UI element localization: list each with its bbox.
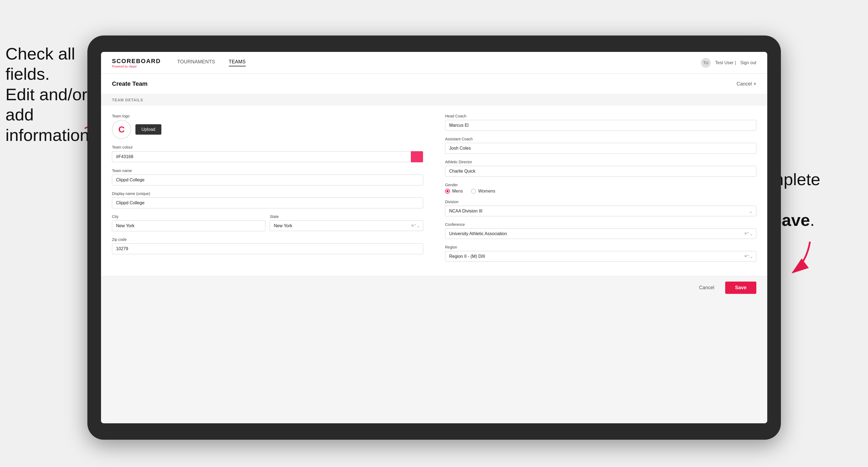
nav-links: TOURNAMENTS TEAMS: [177, 59, 701, 66]
instructions-left: Check all fields. Edit and/or add inform…: [5, 44, 87, 145]
footer-save-button[interactable]: Save: [725, 282, 756, 294]
avatar: TU: [701, 58, 711, 68]
team-logo-label: Team logo: [112, 114, 423, 118]
head-coach-label: Head Coach: [445, 114, 756, 118]
nav-link-tournaments[interactable]: TOURNAMENTS: [177, 59, 215, 66]
region-clear-button[interactable]: ×: [744, 253, 747, 259]
womens-label: Womens: [478, 189, 495, 194]
state-select-wrapper: New York × ⌃⌄: [270, 220, 423, 231]
display-name-label: Display name (unique): [112, 191, 423, 196]
logo-letter: C: [118, 125, 125, 135]
signout-link[interactable]: Sign out: [740, 60, 756, 65]
state-select[interactable]: New York: [270, 220, 423, 231]
gender-row: Mens Womens: [445, 189, 756, 194]
logo-subtitle: Powered by clippd: [112, 65, 161, 68]
team-name-group: Team name: [112, 168, 423, 185]
mens-label: Mens: [452, 189, 463, 194]
assistant-coach-input[interactable]: [445, 143, 756, 154]
nav-user-text: Test User |: [715, 60, 736, 65]
mens-radio-dot: [445, 189, 450, 194]
gender-group: Gender Mens Womens: [445, 183, 756, 194]
form-layout: Team logo C Upload Team colour: [101, 106, 767, 276]
conference-clear-button[interactable]: ×: [744, 231, 747, 237]
city-state-group: City State New York × ⌃⌄: [112, 214, 423, 231]
division-select[interactable]: NCAA Division III: [445, 206, 756, 216]
state-clear-button[interactable]: ×: [411, 223, 414, 228]
region-group: Region Region II - (M) DIII × ⌃⌄: [445, 245, 756, 261]
colour-input-row: [112, 151, 423, 162]
cancel-x-button[interactable]: Cancel ×: [736, 81, 756, 87]
right-column: Head Coach Assistant Coach Athletic Dire…: [445, 114, 756, 268]
team-colour-group: Team colour: [112, 145, 423, 162]
city-state-row: City State New York × ⌃⌄: [112, 214, 423, 231]
zip-code-group: Zip code: [112, 237, 423, 254]
city-subgroup: City: [112, 214, 266, 231]
logo-area: SCOREBOARD Powered by clippd: [112, 58, 161, 68]
team-logo-group: Team logo C Upload: [112, 114, 423, 139]
conference-select-wrapper: University Athletic Association × ⌃⌄: [445, 228, 756, 239]
nav-link-teams[interactable]: TEAMS: [229, 59, 246, 66]
navbar: SCOREBOARD Powered by clippd TOURNAMENTS…: [101, 52, 767, 74]
tablet-frame: SCOREBOARD Powered by clippd TOURNAMENTS…: [87, 35, 781, 440]
athletic-director-label: Athletic Director: [445, 160, 756, 164]
region-select[interactable]: Region II - (M) DIII: [445, 251, 756, 261]
form-footer: Cancel Save: [101, 276, 767, 299]
state-label: State: [270, 214, 423, 219]
colour-swatch[interactable]: [411, 151, 423, 162]
footer-cancel-button[interactable]: Cancel: [693, 282, 720, 294]
logo-upload-area: C Upload: [112, 120, 423, 139]
head-coach-input[interactable]: [445, 120, 756, 131]
region-select-wrapper: Region II - (M) DIII × ⌃⌄: [445, 251, 756, 261]
gender-mens-radio[interactable]: Mens: [445, 189, 463, 194]
page-title: Create Team: [112, 80, 148, 87]
gender-label: Gender: [445, 183, 756, 187]
logo-title: SCOREBOARD: [112, 58, 161, 65]
instruction-line-1: Check all fields.: [5, 44, 75, 83]
display-name-input[interactable]: [112, 197, 423, 208]
gender-womens-radio[interactable]: Womens: [471, 189, 495, 194]
logo-preview: C: [112, 120, 131, 139]
create-team-header: Create Team Cancel ×: [101, 74, 767, 94]
section-label: TEAM DETAILS: [112, 98, 143, 102]
team-name-input[interactable]: [112, 175, 423, 185]
team-colour-label: Team colour: [112, 145, 423, 149]
conference-label: Conference: [445, 222, 756, 227]
conference-group: Conference University Athletic Associati…: [445, 222, 756, 239]
division-select-wrapper: NCAA Division III: [445, 206, 756, 216]
division-group: Division NCAA Division III: [445, 199, 756, 216]
assistant-coach-label: Assistant Coach: [445, 137, 756, 141]
team-name-label: Team name: [112, 168, 423, 173]
main-content: Create Team Cancel × TEAM DETAILS Team l…: [101, 74, 767, 423]
upload-button[interactable]: Upload: [135, 124, 161, 135]
cancel-x-label: Cancel: [736, 81, 752, 87]
region-label: Region: [445, 245, 756, 249]
head-coach-group: Head Coach: [445, 114, 756, 131]
assistant-coach-group: Assistant Coach: [445, 137, 756, 154]
city-input[interactable]: [112, 220, 266, 231]
zip-input[interactable]: [112, 243, 423, 254]
womens-radio-dot: [471, 189, 476, 194]
state-subgroup: State New York × ⌃⌄: [270, 214, 423, 231]
city-label: City: [112, 214, 266, 219]
team-colour-input[interactable]: [112, 151, 411, 162]
tablet-screen: SCOREBOARD Powered by clippd TOURNAMENTS…: [101, 52, 767, 423]
instruction-line-2: Edit and/or add: [5, 85, 87, 124]
team-details-section: TEAM DETAILS: [101, 94, 767, 106]
display-name-group: Display name (unique): [112, 191, 423, 208]
conference-select[interactable]: University Athletic Association: [445, 228, 756, 239]
zip-label: Zip code: [112, 237, 423, 242]
cancel-x-icon: ×: [753, 81, 756, 87]
athletic-director-group: Athletic Director: [445, 160, 756, 177]
nav-right: TU Test User | Sign out: [701, 58, 756, 68]
athletic-director-input[interactable]: [445, 166, 756, 177]
division-label: Division: [445, 199, 756, 204]
instructions-right-period: .: [810, 211, 815, 229]
left-column: Team logo C Upload Team colour: [112, 114, 423, 268]
